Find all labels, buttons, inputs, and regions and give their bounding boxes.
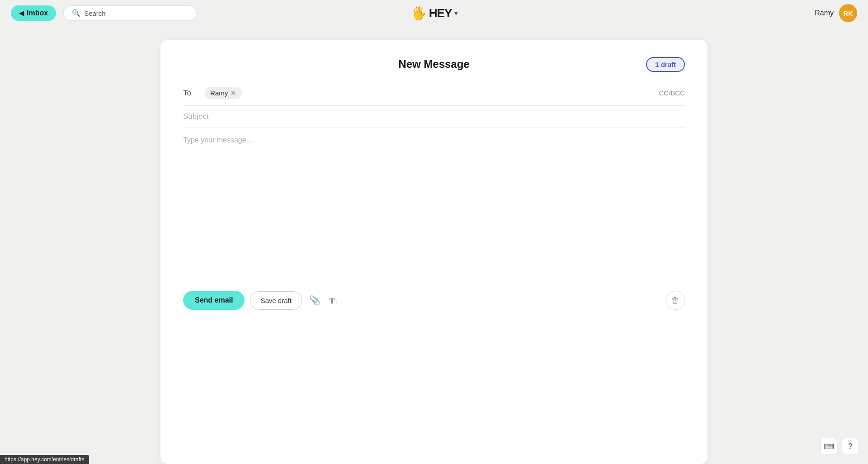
message-textarea[interactable] bbox=[183, 136, 685, 272]
search-icon: 🔍 bbox=[72, 9, 80, 17]
keyboard-button[interactable]: ⌨ bbox=[820, 438, 837, 455]
status-bar: https://app.hey.com/entries/drafts bbox=[0, 455, 89, 464]
hey-logo: 🖐 HEY ▾ bbox=[411, 6, 457, 21]
keyboard-icon: ⌨ bbox=[824, 442, 834, 451]
recipient-name: Ramy bbox=[210, 89, 228, 97]
help-button[interactable]: ? bbox=[842, 438, 859, 455]
to-label: To bbox=[183, 89, 197, 98]
to-input[interactable] bbox=[245, 89, 659, 97]
hand-wave-icon: 🖐 bbox=[411, 6, 426, 21]
user-name: Ramy bbox=[815, 9, 834, 17]
topnav: ◀ Imbox 🔍 Search 🖐 HEY ▾ Ramy RK bbox=[0, 0, 868, 26]
status-url: https://app.hey.com/entries/drafts bbox=[5, 456, 85, 463]
chevron-down-icon: ▾ bbox=[454, 9, 457, 17]
compose-title: New Message bbox=[398, 58, 469, 71]
main-area: New Message 1 draft To Ramy ✕ CC/BCC Sen… bbox=[0, 26, 868, 464]
cc-bcc-button[interactable]: CC/BCC bbox=[659, 89, 685, 97]
send-email-button[interactable]: Send email bbox=[183, 291, 245, 310]
compose-card: New Message 1 draft To Ramy ✕ CC/BCC Sen… bbox=[160, 40, 708, 464]
draft-badge-button[interactable]: 1 draft bbox=[646, 57, 685, 72]
help-icon: ? bbox=[848, 442, 853, 450]
to-row: To Ramy ✕ CC/BCC bbox=[183, 87, 685, 106]
imbox-button[interactable]: ◀ Imbox bbox=[11, 5, 56, 21]
search-text: Search bbox=[84, 9, 106, 17]
font-size-button[interactable]: T↕ bbox=[328, 294, 339, 308]
recipient-tag: Ramy ✕ bbox=[205, 87, 242, 99]
compose-header: New Message 1 draft bbox=[183, 58, 685, 71]
logo-text: HEY bbox=[429, 6, 452, 20]
attach-button[interactable]: 📎 bbox=[307, 293, 322, 308]
message-body bbox=[183, 128, 685, 282]
search-bar[interactable]: 🔍 Search bbox=[63, 5, 197, 21]
subject-input[interactable] bbox=[183, 112, 685, 121]
remove-recipient-button[interactable]: ✕ bbox=[231, 90, 236, 96]
delete-button[interactable]: 🗑 bbox=[666, 291, 685, 310]
paperclip-icon: 📎 bbox=[309, 295, 321, 305]
compose-toolbar: Send email Save draft 📎 T↕ 🗑 bbox=[183, 291, 685, 310]
trash-icon: 🗑 bbox=[671, 296, 679, 305]
avatar-initials: RK bbox=[843, 9, 853, 17]
font-size-icon: T↕ bbox=[330, 297, 337, 305]
bottom-right-icons: ⌨ ? bbox=[820, 438, 859, 455]
subject-row bbox=[183, 106, 685, 128]
back-arrow-icon: ◀ bbox=[19, 9, 24, 17]
save-draft-button[interactable]: Save draft bbox=[250, 291, 302, 310]
user-area: Ramy RK bbox=[815, 4, 857, 22]
imbox-label: Imbox bbox=[27, 9, 48, 17]
avatar[interactable]: RK bbox=[839, 4, 857, 22]
